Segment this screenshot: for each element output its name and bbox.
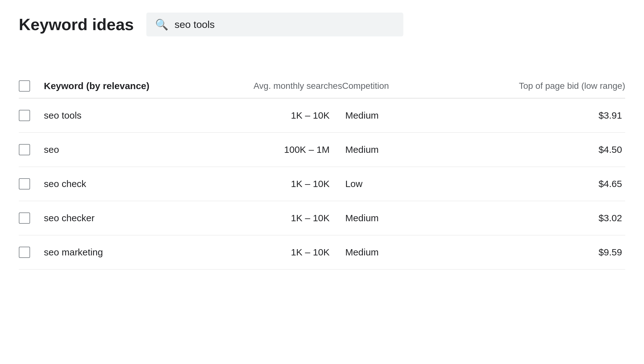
- row-keyword-3: seo checker: [44, 213, 201, 223]
- search-bar: 🔍: [146, 13, 403, 36]
- table-row: seo checker 1K – 10K Medium $3.02: [19, 201, 625, 235]
- search-icon: 🔍: [155, 18, 168, 31]
- row-monthly-searches-3: 1K – 10K: [201, 213, 342, 223]
- row-monthly-searches-0: 1K – 10K: [201, 110, 342, 121]
- row-checkbox-4[interactable]: [19, 247, 30, 258]
- row-keyword-1: seo: [44, 144, 201, 155]
- table-row: seo marketing 1K – 10K Medium $9.59: [19, 235, 625, 270]
- column-header-monthly-searches: Avg. monthly searches: [201, 81, 342, 91]
- row-checkbox-cell-3[interactable]: [19, 212, 44, 224]
- table-body: seo tools 1K – 10K Medium $3.91 seo 100K…: [19, 99, 625, 270]
- header-section: Keyword ideas 🔍: [19, 13, 625, 36]
- row-bid-4: $9.59: [484, 247, 625, 258]
- row-competition-2: Low: [342, 179, 484, 189]
- page-title: Keyword ideas: [19, 15, 134, 34]
- table-row: seo 100K – 1M Medium $4.50: [19, 133, 625, 167]
- row-competition-4: Medium: [342, 247, 484, 258]
- row-keyword-2: seo check: [44, 179, 201, 189]
- row-checkbox-3[interactable]: [19, 212, 30, 224]
- header-checkbox-cell[interactable]: [19, 80, 44, 92]
- row-bid-0: $3.91: [484, 110, 625, 121]
- column-header-top-bid: Top of page bid (low range): [484, 80, 625, 92]
- row-competition-3: Medium: [342, 213, 484, 223]
- row-bid-3: $3.02: [484, 213, 625, 223]
- row-bid-1: $4.50: [484, 144, 625, 155]
- search-input[interactable]: [175, 19, 395, 30]
- row-monthly-searches-2: 1K – 10K: [201, 179, 342, 189]
- select-all-checkbox[interactable]: [19, 80, 30, 92]
- row-keyword-0: seo tools: [44, 110, 201, 121]
- row-checkbox-cell-2[interactable]: [19, 178, 44, 190]
- row-checkbox-2[interactable]: [19, 178, 30, 190]
- row-competition-1: Medium: [342, 144, 484, 155]
- column-header-competition: Competition: [342, 81, 484, 91]
- keyword-table: Keyword (by relevance) Avg. monthly sear…: [19, 74, 625, 270]
- row-checkbox-0[interactable]: [19, 110, 30, 121]
- row-bid-2: $4.65: [484, 179, 625, 189]
- row-checkbox-cell-1[interactable]: [19, 144, 44, 155]
- table-row: seo tools 1K – 10K Medium $3.91: [19, 99, 625, 133]
- row-checkbox-cell-0[interactable]: [19, 110, 44, 121]
- row-keyword-4: seo marketing: [44, 247, 201, 258]
- table-row: seo check 1K – 10K Low $4.65: [19, 167, 625, 201]
- column-header-keyword: Keyword (by relevance): [44, 81, 201, 91]
- table-header: Keyword (by relevance) Avg. monthly sear…: [19, 74, 625, 99]
- row-monthly-searches-1: 100K – 1M: [201, 144, 342, 155]
- row-monthly-searches-4: 1K – 10K: [201, 247, 342, 258]
- row-checkbox-cell-4[interactable]: [19, 247, 44, 258]
- row-checkbox-1[interactable]: [19, 144, 30, 155]
- row-competition-0: Medium: [342, 110, 484, 121]
